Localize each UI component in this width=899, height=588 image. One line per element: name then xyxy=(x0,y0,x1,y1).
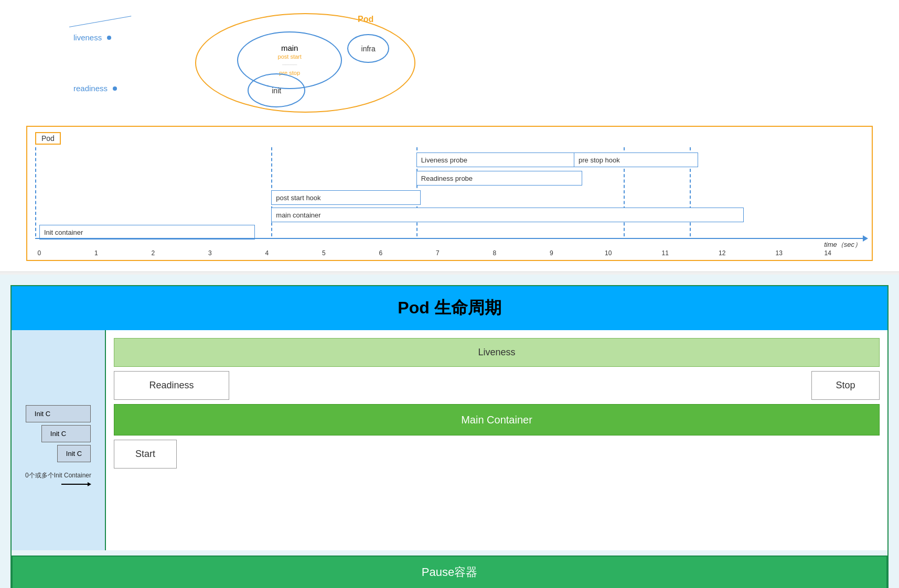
readiness-bar: Readiness xyxy=(114,371,229,400)
pod-oval-container: Pod main post start ──── pre stop init i… xyxy=(195,10,415,115)
main-oval-content: main post start ──── pre stop xyxy=(278,43,302,77)
init-container-label: Init container xyxy=(44,228,83,236)
tick-5: 5 xyxy=(322,249,326,257)
liveness-label: liveness xyxy=(73,33,102,42)
labels-area: liveness readiness xyxy=(73,33,179,93)
init-c-box-1: Init C xyxy=(26,405,91,422)
main-label: main xyxy=(281,43,298,52)
tick-1: 1 xyxy=(94,249,98,257)
tick-9: 9 xyxy=(550,249,553,257)
post-start-hook-bar: post start hook xyxy=(271,190,420,205)
pod-title: Pod xyxy=(358,15,373,24)
tick-4: 4 xyxy=(265,249,269,257)
tick-7: 7 xyxy=(436,249,440,257)
lifecycle-body: 容器环境初始化 Init C Init C Init C xyxy=(12,330,887,550)
x-axis xyxy=(35,238,864,239)
post-start-hook-label: post start hook xyxy=(276,194,320,202)
init-containers: Init C Init C Init C xyxy=(26,405,91,462)
tick-0: 0 xyxy=(37,249,41,257)
infra-oval: infra xyxy=(347,34,389,63)
lifecycle-header: Pod 生命周期 xyxy=(12,286,887,330)
tick-2: 2 xyxy=(151,249,155,257)
readiness-label-item: readiness xyxy=(73,84,179,93)
readiness-stop-row: Readiness Stop xyxy=(114,371,880,400)
timeline-container: Pod Liveness probe Readiness probe post … xyxy=(26,126,873,261)
liveness-probe-label: Liveness probe xyxy=(421,156,467,164)
init-arrow-head xyxy=(88,482,91,486)
init-c-box-2: Init C xyxy=(41,425,91,442)
init-container-bar: Init container xyxy=(39,225,255,239)
init-oval-label: init xyxy=(272,86,281,95)
tick-3: 3 xyxy=(208,249,212,257)
liveness-dot xyxy=(107,36,111,40)
init-c-box-3: Init C xyxy=(57,445,91,462)
pre-stop-hook-bar: pre stop hook xyxy=(574,153,698,167)
stop-bar: Stop xyxy=(811,371,880,400)
liveness-line xyxy=(69,16,131,27)
readiness-label-bottom: Readiness xyxy=(149,380,194,391)
left-panel: 容器环境初始化 Init C Init C Init C xyxy=(12,330,106,550)
readiness-probe-label: Readiness probe xyxy=(421,175,473,182)
liveness-label-item: liveness xyxy=(73,33,179,42)
init-oval: init xyxy=(248,73,305,107)
pod-diagram: liveness readiness Pod main post start ─… xyxy=(21,10,878,115)
tick-10: 10 xyxy=(605,249,612,257)
x-axis-arrow xyxy=(863,235,868,242)
time-label: time（sec） xyxy=(824,240,861,249)
readiness-label: readiness xyxy=(73,84,108,93)
liveness-bar: Liveness xyxy=(114,338,880,367)
tick-14: 14 xyxy=(825,249,831,257)
tick-6: 6 xyxy=(379,249,382,257)
init-arrow-line xyxy=(61,484,88,485)
tick-13: 13 xyxy=(776,249,783,257)
stop-label: Stop xyxy=(836,380,855,391)
tick-12: 12 xyxy=(719,249,725,257)
tick-11: 11 xyxy=(662,249,669,257)
tick-8: 8 xyxy=(493,249,496,257)
main-container-bar-tl: main container xyxy=(271,208,744,222)
main-container-label: Main Container xyxy=(461,414,532,426)
timeline-area: Liveness probe Readiness probe post star… xyxy=(35,147,864,252)
readiness-dot xyxy=(113,86,117,91)
lifecycle-title: Pod 生命周期 xyxy=(398,298,501,317)
main-container-tl-label: main container xyxy=(276,211,320,219)
top-section: liveness readiness Pod main post start ─… xyxy=(0,0,899,272)
post-start-label: post start xyxy=(278,53,302,60)
bottom-section: Pod 生命周期 容器环境初始化 Init C xyxy=(0,275,899,588)
start-label: Start xyxy=(135,449,155,460)
dashed-line-0 xyxy=(35,147,36,236)
pause-label: Pause容器 xyxy=(422,565,477,579)
init-container-note: 0个或多个Init Container xyxy=(25,472,91,479)
start-bar: Start xyxy=(114,440,177,469)
init-c-label-3: Init C xyxy=(66,450,82,458)
main-container-bar: Main Container xyxy=(114,404,880,435)
pre-stop-hook-label: pre stop hook xyxy=(579,156,620,164)
right-panel: Liveness Readiness Stop Main Container xyxy=(106,330,887,550)
liveness-label-bottom: Liveness xyxy=(478,347,515,358)
pause-bar: Pause容器 xyxy=(12,556,887,588)
readiness-probe-bar: Readiness probe xyxy=(416,171,582,186)
infra-label: infra xyxy=(361,45,376,53)
init-c-label-2: Init C xyxy=(50,430,66,438)
init-arrow-row xyxy=(25,482,91,486)
liveness-probe-bar: Liveness probe xyxy=(416,153,582,167)
timeline-pod-label: Pod xyxy=(35,132,61,145)
lifecycle-container: Pod 生命周期 容器环境初始化 Init C xyxy=(10,285,889,588)
init-container-note-area: 0个或多个Init Container xyxy=(25,470,91,486)
init-c-label-1: Init C xyxy=(35,410,50,418)
